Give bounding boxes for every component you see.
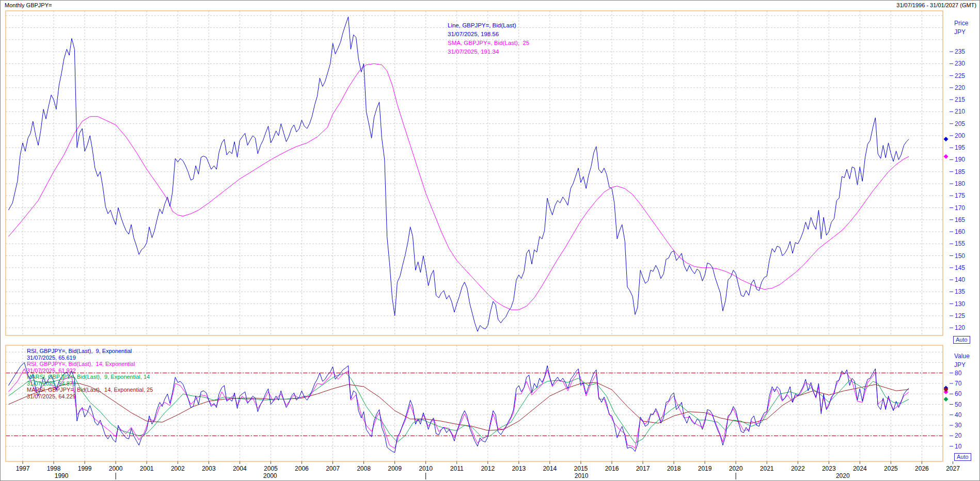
- y-axis-label: 30: [955, 422, 962, 429]
- x-axis-label: 2005: [264, 465, 278, 472]
- x-axis-label: 1999: [78, 465, 92, 472]
- y-axis-label: 200: [955, 132, 965, 139]
- x-axis-label: 2008: [357, 465, 371, 472]
- x-axis-label: 2025: [884, 465, 898, 472]
- x-axis-label: 2001: [140, 465, 154, 472]
- y-axis-label: 160: [955, 228, 965, 235]
- y-axis-label: 60: [955, 390, 962, 397]
- x-axis-label: 2018: [667, 465, 681, 472]
- y-axis-label: 50: [955, 401, 962, 408]
- y-axis-label: 235: [955, 48, 965, 55]
- price-axis-title: Price JPY: [954, 19, 968, 37]
- value-auto-button[interactable]: Auto: [954, 453, 971, 461]
- value-axis-title: Value JPY: [954, 352, 970, 370]
- y-axis-label: 215: [955, 96, 965, 103]
- x-axis-label: 2014: [543, 465, 557, 472]
- x-axis-label: 2012: [481, 465, 495, 472]
- decade-label: 2010: [575, 472, 589, 479]
- y-axis-label: 165: [955, 216, 965, 223]
- x-axis-label: 2022: [791, 465, 805, 472]
- x-axis-label: 2006: [295, 465, 309, 472]
- y-axis-label: 170: [955, 204, 965, 212]
- y-axis-label: 195: [955, 144, 965, 151]
- y-axis-label: 70: [955, 380, 962, 387]
- x-axis-label: 2002: [171, 465, 185, 472]
- y-axis-label: 225: [955, 72, 965, 79]
- x-axis-label: 2009: [388, 465, 402, 472]
- y-axis-label: 145: [955, 264, 965, 271]
- axis-title-line: Price: [954, 19, 968, 28]
- panel-frame-price: [6, 11, 943, 335]
- y-axis-label: 210: [955, 108, 965, 115]
- x-axis-label: 2027: [946, 465, 960, 472]
- x-axis-label: 2015: [574, 465, 588, 472]
- axis-title-line: JPY: [954, 28, 968, 37]
- x-axis-label: 1998: [47, 465, 61, 472]
- y-axis-label: 130: [955, 300, 965, 308]
- x-axis-label: 2021: [760, 465, 774, 472]
- x-axis-label: 2026: [915, 465, 929, 472]
- axis-title-line: Value: [954, 352, 970, 361]
- y-axis-label: 205: [955, 120, 965, 127]
- last-value-marker-marsi-9-14: [944, 397, 949, 402]
- y-axis-label: 220: [955, 84, 965, 91]
- x-axis-label: 2011: [450, 465, 464, 472]
- x-axis-label: 2017: [636, 465, 650, 472]
- chart-canvas[interactable]: 2352302252202152102052001951901851801751…: [1, 1, 980, 481]
- y-axis-label: 20: [955, 432, 962, 439]
- x-axis-label: 2020: [729, 465, 743, 472]
- y-axis-label: 230: [955, 60, 965, 67]
- y-axis-label: 150: [955, 252, 965, 260]
- x-axis-label: 2010: [419, 465, 433, 472]
- x-axis-label: 2013: [512, 465, 526, 472]
- y-axis-label: 175: [955, 192, 965, 199]
- y-axis-label: 10: [955, 443, 962, 450]
- last-value-marker-line-gbpjpy: [944, 137, 949, 141]
- decade-label: 2020: [836, 472, 850, 479]
- x-axis-label: 2000: [109, 465, 123, 472]
- y-axis-label: 120: [955, 324, 965, 331]
- x-axis-label: 1997: [16, 465, 30, 472]
- y-axis-label: 135: [955, 288, 965, 295]
- chart-window: Monthly GBPJPY= 31/07/1996 - 31/01/2027 …: [0, 0, 980, 481]
- price-auto-button[interactable]: Auto: [953, 336, 970, 344]
- y-axis-label: 155: [955, 240, 965, 247]
- series-line-gbpjpy[interactable]: [8, 17, 909, 332]
- x-axis-label: 2003: [202, 465, 216, 472]
- y-axis-label: 185: [955, 168, 965, 175]
- decade-label: 1990: [55, 472, 69, 479]
- y-axis-label: 180: [955, 180, 965, 187]
- y-axis-label: 125: [955, 312, 965, 319]
- y-axis-label: 140: [955, 276, 965, 283]
- y-axis-label: 80: [955, 370, 962, 377]
- series-rsi14[interactable]: [8, 369, 909, 448]
- decade-label: 2000: [263, 472, 277, 479]
- x-axis-label: 2007: [326, 465, 340, 472]
- last-value-marker-sma25: [944, 154, 949, 159]
- series-rsi9[interactable]: [8, 362, 909, 452]
- axis-title-line: JPY: [954, 361, 970, 370]
- x-axis-label: 2024: [853, 465, 867, 472]
- x-axis-label: 2019: [698, 465, 712, 472]
- series-sma25[interactable]: [8, 63, 909, 310]
- x-axis-label: 2016: [605, 465, 619, 472]
- y-axis-label: 190: [955, 156, 965, 163]
- x-axis-label: 2004: [233, 465, 247, 472]
- y-axis-label: 40: [955, 411, 962, 419]
- x-axis-label: 2023: [822, 465, 836, 472]
